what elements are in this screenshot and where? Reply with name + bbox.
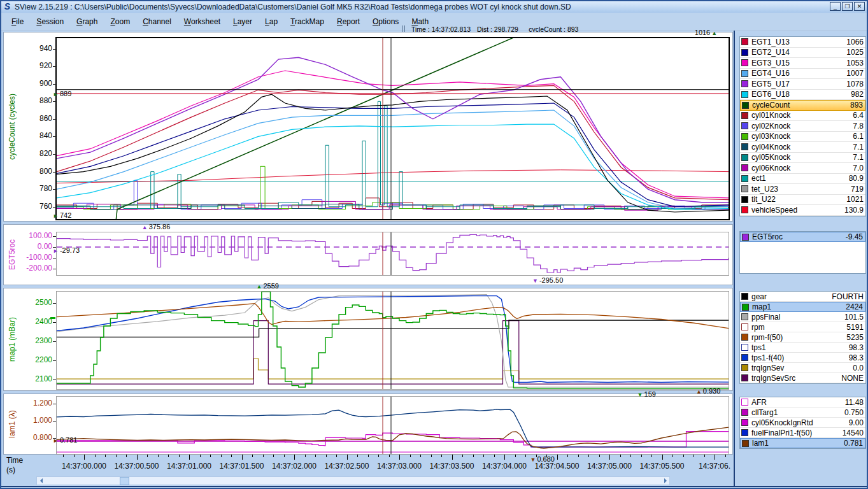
y-tick-mark bbox=[53, 189, 56, 190]
chart-plot-cyclecount[interactable]: 1016▲►889►742 bbox=[57, 38, 729, 219]
y-tick-mark bbox=[53, 84, 56, 85]
legend-row-EGT3_U15[interactable]: EGT3_U151053 bbox=[740, 58, 865, 69]
time-tick-mark bbox=[179, 455, 180, 457]
channel-name: trqIgnSevSrc bbox=[751, 374, 841, 383]
legend-row-ppsFinal[interactable]: ppsFinal101.5 bbox=[740, 312, 865, 322]
series-tit_U22 bbox=[57, 94, 729, 212]
time-tick-mark bbox=[84, 455, 85, 460]
chart-plot-egt5roc[interactable]: ▲375.86▼-295.50►-29.73 bbox=[57, 232, 729, 275]
legend-row-map1[interactable]: map12424 bbox=[740, 302, 865, 312]
legend-row-EGT2_U14[interactable]: EGT2_U141025 bbox=[740, 48, 865, 59]
legend-row-cyl01Knock[interactable]: cyl01Knock6.4 bbox=[740, 111, 865, 122]
legend-row-trqIgnSevSrc[interactable]: trqIgnSevSrcNONE bbox=[740, 373, 865, 383]
channel-color-swatch bbox=[741, 91, 748, 98]
time-tick-mark bbox=[630, 455, 631, 457]
channel-color-swatch bbox=[741, 80, 748, 87]
legend-row-cyl05KnockIgnRtd[interactable]: cyl05KnockIgnRtd9.00 bbox=[740, 418, 865, 428]
y-tick-label: 2200 bbox=[15, 355, 52, 364]
legend-row-lam1[interactable]: lam10.781 bbox=[740, 438, 865, 448]
series-EGT5roc bbox=[57, 235, 729, 273]
legend-row-EGT6_U18[interactable]: EGT6_U18982 bbox=[740, 90, 865, 101]
legend-row-vehicleSpeed[interactable]: vehicleSpeed130.9 bbox=[740, 205, 865, 216]
time-tick-label: 14:37:06. bbox=[699, 462, 730, 471]
legend-row-cllTarg1[interactable]: cllTarg10.750 bbox=[740, 408, 865, 418]
channel-name: EGT4_U16 bbox=[751, 69, 846, 78]
menu-item-layer[interactable]: Layer bbox=[227, 17, 259, 27]
menu-item-file[interactable]: File bbox=[5, 17, 30, 27]
legend-row-rpm-f(50)[interactable]: rpm-f(50)5235 bbox=[740, 332, 865, 343]
menu-item-trackmap[interactable]: TrackMap bbox=[284, 17, 331, 27]
time-tick-mark bbox=[567, 455, 568, 457]
legend-row-cyl04Knock[interactable]: cyl04Knock7.1 bbox=[740, 142, 865, 153]
app-logo-icon: S bbox=[3, 3, 12, 11]
legend-row-tet_U23[interactable]: tet_U23719 bbox=[740, 184, 865, 195]
menu-item-zoom[interactable]: Zoom bbox=[104, 17, 136, 27]
chart-plot-map1[interactable]: ▲2559▼159 bbox=[57, 292, 729, 389]
legend-row-cycleCount[interactable]: cycleCount893 bbox=[740, 100, 865, 111]
triangle-right-icon: ► bbox=[53, 91, 59, 97]
y-tick-mark bbox=[53, 379, 56, 380]
series-map1 bbox=[57, 292, 729, 388]
menu-item-graph[interactable]: Graph bbox=[70, 17, 104, 27]
legend-row-EGT5roc[interactable]: EGT5roc-9.45 bbox=[740, 232, 865, 242]
time-tick-mark bbox=[294, 455, 295, 460]
channel-color-swatch bbox=[741, 323, 748, 330]
horizontal-scrollbar[interactable] bbox=[36, 476, 670, 485]
channel-value: 0.750 bbox=[844, 408, 864, 417]
legend-row-cyl06Knock[interactable]: cyl06Knock7.0 bbox=[740, 163, 865, 174]
time-tick-mark bbox=[609, 455, 610, 460]
legend-row-rpm[interactable]: rpm5191 bbox=[740, 322, 865, 332]
legend-panel-2: gearFOURTHmap12424ppsFinal101.5rpm5191rp… bbox=[739, 291, 866, 384]
legend-row-EGT5_U17[interactable]: EGT5_U171078 bbox=[740, 79, 865, 90]
legend-row-fuelFinalPri1-f(50)[interactable]: fuelFinalPri1-f(50)14540 bbox=[740, 428, 865, 438]
series-EGT5_U17 bbox=[57, 57, 729, 202]
legend-row-cyl03Knock[interactable]: cyl03Knock6.1 bbox=[740, 132, 865, 143]
y-tick-mark bbox=[53, 154, 56, 155]
channel-name: trqIgnSev bbox=[751, 364, 853, 372]
menu-item-worksheet[interactable]: Worksheet bbox=[178, 17, 227, 27]
legend-row-tit_U22[interactable]: tit_U221021 bbox=[740, 195, 865, 206]
y-tick-label: 2100 bbox=[15, 374, 52, 383]
legend-row-tps1[interactable]: tps198.3 bbox=[740, 343, 865, 353]
y-tick-mark bbox=[53, 360, 56, 361]
time-tick-mark bbox=[651, 455, 652, 457]
legend-row-gear[interactable]: gearFOURTH bbox=[740, 292, 865, 302]
channel-color-swatch bbox=[741, 49, 748, 56]
channel-name: rpm-f(50) bbox=[751, 333, 846, 342]
scrollbar-left-arrow-icon[interactable] bbox=[38, 478, 45, 484]
time-tick-mark bbox=[431, 455, 432, 457]
extreme-value-marker: ▼-295.50 bbox=[531, 276, 563, 285]
menu-item-channel[interactable]: Channel bbox=[136, 17, 178, 27]
menu-item-report[interactable]: Report bbox=[331, 17, 366, 27]
series-ppsFinal bbox=[57, 295, 729, 388]
legend-row-EGT1_U13[interactable]: EGT1_U131066 bbox=[740, 37, 865, 48]
legend-row-trqIgnSev[interactable]: trqIgnSev0.0 bbox=[740, 363, 865, 373]
legend-row-EGT4_U16[interactable]: EGT4_U161007 bbox=[740, 69, 865, 80]
time-tick-label: 14:37:00.500 bbox=[114, 462, 159, 471]
time-tick-mark bbox=[641, 455, 642, 457]
menu-item-lap[interactable]: Lap bbox=[259, 17, 284, 27]
y-tick-label: 940 bbox=[15, 44, 52, 53]
time-tick-label: 14:37:00.000 bbox=[62, 462, 106, 471]
channel-name: cyl06Knock bbox=[751, 164, 853, 173]
legend-row-AFR[interactable]: AFR11.48 bbox=[740, 397, 865, 408]
time-tick-mark bbox=[504, 455, 505, 460]
time-tick-mark bbox=[662, 455, 663, 460]
legend-row-tps1-f(40)[interactable]: tps1-f(40)98.3 bbox=[740, 353, 865, 363]
cursor-value-label: ►889 bbox=[52, 90, 71, 98]
time-tick-mark bbox=[168, 455, 169, 457]
y-tick-label: -200.00 bbox=[15, 264, 52, 273]
channel-value: 80.9 bbox=[849, 174, 864, 183]
menu-item-options[interactable]: Options bbox=[366, 17, 405, 27]
menu-item-session[interactable]: Session bbox=[30, 17, 70, 27]
legend-row-cyl05Knock[interactable]: cyl05Knock7.1 bbox=[740, 153, 865, 164]
scrollbar-right-arrow-icon[interactable] bbox=[662, 478, 669, 484]
legend-row-cyl02Knock[interactable]: cyl02Knock7.8 bbox=[740, 121, 865, 132]
scrollbar-thumb[interactable] bbox=[120, 477, 129, 485]
channel-value: 1025 bbox=[846, 48, 864, 57]
y-tick-mark bbox=[53, 258, 56, 259]
legend-row-ect1[interactable]: ect180.9 bbox=[740, 174, 865, 185]
series-EGT4_U16 bbox=[57, 110, 729, 209]
chart-plot-lam1[interactable]: ▲0.930▼0.680►0.781 bbox=[57, 397, 729, 454]
chart-panel-egt5roc: EGT5roc ▲375.86▼-295.50►-29.73 100.000.0… bbox=[3, 224, 733, 285]
